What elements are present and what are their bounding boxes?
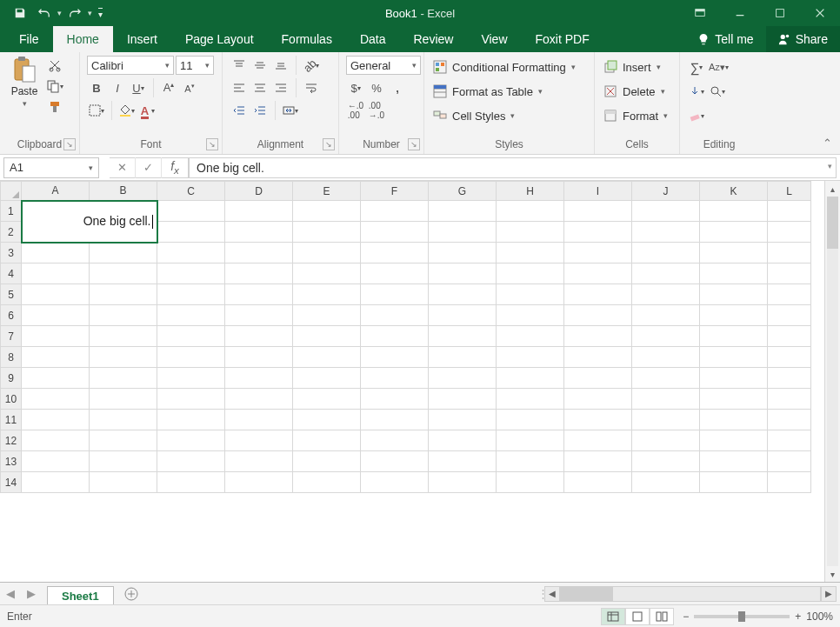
font-name-combo[interactable]: Calibri▾ bbox=[87, 56, 174, 75]
tab-file[interactable]: File bbox=[5, 26, 53, 52]
hscroll-left-button[interactable]: ◀ bbox=[544, 586, 560, 602]
merged-cell-a1-b2[interactable]: One big cell. bbox=[22, 201, 157, 243]
column-header[interactable]: C bbox=[157, 182, 225, 201]
hscroll-right-button[interactable]: ▶ bbox=[821, 586, 837, 602]
clipboard-dialog-launcher[interactable]: ↘ bbox=[63, 138, 76, 150]
row-header[interactable]: 9 bbox=[1, 368, 22, 389]
format-cells-button[interactable]: Format▾ bbox=[602, 106, 670, 125]
fill-button[interactable]: ▾ bbox=[687, 82, 706, 101]
number-format-combo[interactable]: General▾ bbox=[346, 56, 421, 75]
tab-page-layout[interactable]: Page Layout bbox=[171, 26, 268, 52]
font-dialog-launcher[interactable]: ↘ bbox=[206, 138, 218, 150]
align-bottom-button[interactable] bbox=[271, 56, 290, 75]
comma-button[interactable]: , bbox=[388, 78, 407, 97]
cancel-formula-button[interactable]: ✕ bbox=[110, 157, 136, 178]
row-header[interactable]: 13 bbox=[1, 451, 22, 472]
insert-function-button[interactable]: fx bbox=[162, 157, 188, 178]
accounting-format-button[interactable]: $▾ bbox=[346, 78, 365, 97]
view-page-layout-button[interactable] bbox=[625, 608, 650, 625]
name-box[interactable]: A1▾ bbox=[3, 157, 99, 178]
tab-insert[interactable]: Insert bbox=[113, 26, 171, 52]
fill-color-button[interactable]: ▾ bbox=[117, 101, 137, 120]
merge-center-button[interactable]: ▾ bbox=[281, 101, 300, 120]
zoom-slider-thumb[interactable] bbox=[738, 611, 745, 622]
vscroll-track[interactable] bbox=[827, 197, 838, 566]
sheet-nav-prev[interactable]: ◀ bbox=[2, 585, 19, 603]
column-header[interactable]: J bbox=[632, 182, 700, 201]
row-header[interactable]: 12 bbox=[1, 430, 22, 451]
collapse-ribbon-button[interactable]: ⌃ bbox=[819, 135, 835, 150]
insert-cells-button[interactable]: Insert▾ bbox=[602, 57, 670, 77]
ribbon-display-options[interactable] bbox=[680, 0, 720, 26]
row-header[interactable]: 7 bbox=[1, 326, 22, 347]
close-button[interactable] bbox=[800, 0, 840, 26]
align-left-button[interactable] bbox=[230, 78, 249, 97]
increase-indent-button[interactable] bbox=[250, 101, 270, 120]
copy-button[interactable]: ▾ bbox=[45, 77, 64, 96]
format-painter-button[interactable] bbox=[45, 97, 64, 117]
undo-button[interactable] bbox=[33, 3, 56, 23]
sort-filter-button[interactable]: AZ▾▾ bbox=[708, 57, 730, 77]
zoom-level[interactable]: 100% bbox=[806, 610, 833, 623]
minimize-button[interactable] bbox=[720, 0, 760, 26]
expand-formula-bar-button[interactable]: ▾ bbox=[828, 162, 832, 170]
column-header[interactable]: F bbox=[361, 182, 429, 201]
share-button[interactable]: Share bbox=[766, 26, 840, 52]
zoom-in-button[interactable]: + bbox=[795, 610, 801, 623]
font-size-combo[interactable]: 11▾ bbox=[176, 56, 214, 75]
column-header[interactable]: D bbox=[225, 182, 293, 201]
tell-me[interactable]: Tell me bbox=[685, 26, 765, 52]
decrease-decimal-button[interactable]: .00→.0 bbox=[367, 101, 386, 120]
column-header[interactable]: B bbox=[90, 182, 157, 201]
horizontal-scrollbar[interactable]: ⋮ ◀ ▶ bbox=[537, 586, 840, 602]
sheet-tab-active[interactable]: Sheet1 bbox=[47, 586, 114, 605]
worksheet-grid[interactable]: A B C D E F G H I J K L 1 One big cell. … bbox=[0, 181, 811, 493]
underline-button[interactable]: U▾ bbox=[129, 78, 148, 97]
row-header[interactable]: 8 bbox=[1, 347, 22, 368]
alignment-dialog-launcher[interactable]: ↘ bbox=[323, 138, 335, 150]
column-header[interactable]: L bbox=[768, 182, 811, 201]
view-normal-button[interactable] bbox=[601, 608, 625, 625]
redo-button[interactable] bbox=[63, 3, 86, 23]
align-middle-button[interactable] bbox=[250, 56, 270, 75]
format-as-table-button[interactable]: Format as Table▾ bbox=[431, 82, 577, 101]
tab-split-handle[interactable]: ⋮ bbox=[537, 587, 544, 600]
cut-button[interactable] bbox=[45, 56, 64, 75]
row-header[interactable]: 5 bbox=[1, 284, 22, 305]
qat-customize-button[interactable]: ▾ bbox=[94, 3, 106, 23]
increase-font-button[interactable]: A▴ bbox=[159, 78, 178, 97]
wrap-text-button[interactable] bbox=[302, 78, 321, 97]
view-page-break-button[interactable] bbox=[650, 608, 674, 625]
italic-button[interactable]: I bbox=[108, 78, 127, 97]
tab-foxit-pdf[interactable]: Foxit PDF bbox=[522, 26, 603, 52]
column-header[interactable]: E bbox=[293, 182, 361, 201]
borders-button[interactable]: ▾ bbox=[87, 101, 106, 120]
paste-button[interactable]: Paste ▾ bbox=[7, 56, 42, 108]
row-header[interactable]: 3 bbox=[1, 243, 22, 263]
hscroll-thumb[interactable] bbox=[561, 587, 613, 601]
new-sheet-button[interactable] bbox=[119, 582, 143, 606]
align-top-button[interactable] bbox=[230, 56, 249, 75]
hscroll-track[interactable] bbox=[560, 586, 821, 602]
tab-home[interactable]: Home bbox=[53, 26, 113, 52]
row-header[interactable]: 1 bbox=[1, 201, 22, 222]
save-button[interactable] bbox=[9, 3, 31, 23]
select-all-button[interactable] bbox=[1, 182, 22, 201]
row-header[interactable]: 14 bbox=[1, 472, 22, 493]
autosum-button[interactable]: ∑▾ bbox=[687, 57, 706, 77]
font-color-button[interactable]: A▾ bbox=[138, 101, 157, 120]
tab-review[interactable]: Review bbox=[400, 26, 468, 52]
align-center-button[interactable] bbox=[250, 78, 270, 97]
zoom-slider[interactable] bbox=[694, 615, 790, 618]
row-header[interactable]: 10 bbox=[1, 389, 22, 410]
orientation-button[interactable]: ab▾ bbox=[302, 56, 321, 75]
row-header[interactable]: 2 bbox=[1, 222, 22, 243]
increase-decimal-button[interactable]: ←.0.00 bbox=[346, 101, 365, 120]
formula-input[interactable]: One big cell. ▾ bbox=[189, 157, 837, 178]
conditional-formatting-button[interactable]: Conditional Formatting▾ bbox=[431, 57, 577, 77]
row-header[interactable]: 6 bbox=[1, 305, 22, 326]
vertical-scrollbar[interactable]: ▴ ▾ bbox=[824, 181, 840, 582]
cell-styles-button[interactable]: Cell Styles▾ bbox=[431, 106, 577, 125]
row-header[interactable]: 4 bbox=[1, 263, 22, 284]
tab-data[interactable]: Data bbox=[346, 26, 400, 52]
